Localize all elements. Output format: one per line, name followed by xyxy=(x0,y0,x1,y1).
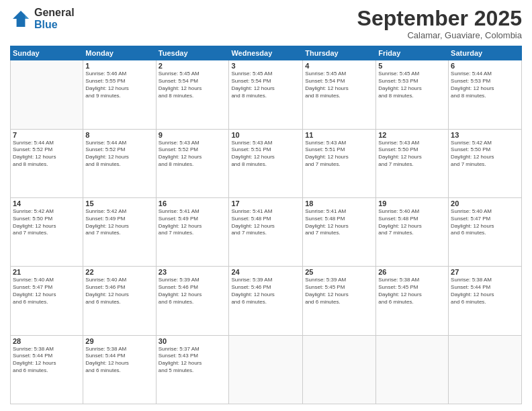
calendar-cell: 13Sunrise: 5:42 AM Sunset: 5:50 PM Dayli… xyxy=(449,129,522,197)
day-info: Sunrise: 5:38 AM Sunset: 5:44 PM Dayligh… xyxy=(85,346,153,375)
day-number: 4 xyxy=(305,62,373,70)
day-info: Sunrise: 5:45 AM Sunset: 5:54 PM Dayligh… xyxy=(231,71,300,99)
calendar-week-5: 28Sunrise: 5:38 AM Sunset: 5:44 PM Dayli… xyxy=(11,335,522,404)
day-number: 7 xyxy=(13,131,81,139)
calendar-cell: 2Sunrise: 5:45 AM Sunset: 5:54 PM Daylig… xyxy=(156,60,229,129)
day-info: Sunrise: 5:40 AM Sunset: 5:47 PM Dayligh… xyxy=(451,208,519,237)
day-number: 27 xyxy=(451,268,519,276)
day-number: 18 xyxy=(305,199,373,208)
calendar-cell: 30Sunrise: 5:37 AM Sunset: 5:43 PM Dayli… xyxy=(156,335,229,404)
calendar-cell: 6Sunrise: 5:44 AM Sunset: 5:53 PM Daylig… xyxy=(449,60,522,129)
logo-icon xyxy=(10,8,32,30)
day-info: Sunrise: 5:41 AM Sunset: 5:48 PM Dayligh… xyxy=(231,208,300,237)
day-info: Sunrise: 5:39 AM Sunset: 5:46 PM Dayligh… xyxy=(159,277,227,306)
calendar-week-4: 21Sunrise: 5:40 AM Sunset: 5:47 PM Dayli… xyxy=(11,267,522,335)
day-number: 1 xyxy=(85,62,153,70)
logo: General Blue xyxy=(10,7,75,30)
day-info: Sunrise: 5:46 AM Sunset: 5:55 PM Dayligh… xyxy=(85,71,153,99)
day-info: Sunrise: 5:40 AM Sunset: 5:48 PM Dayligh… xyxy=(378,208,446,237)
calendar-cell: 18Sunrise: 5:41 AM Sunset: 5:48 PM Dayli… xyxy=(303,197,376,266)
day-number: 3 xyxy=(231,62,300,70)
header-saturday: Saturday xyxy=(449,46,522,60)
calendar-cell: 4Sunrise: 5:45 AM Sunset: 5:54 PM Daylig… xyxy=(303,60,376,129)
header-wednesday: Wednesday xyxy=(229,46,303,60)
day-info: Sunrise: 5:38 AM Sunset: 5:44 PM Dayligh… xyxy=(451,277,519,306)
day-info: Sunrise: 5:43 AM Sunset: 5:50 PM Dayligh… xyxy=(378,140,446,169)
day-info: Sunrise: 5:45 AM Sunset: 5:54 PM Dayligh… xyxy=(305,71,373,99)
calendar: Sunday Monday Tuesday Wednesday Thursday… xyxy=(10,46,522,404)
day-number: 29 xyxy=(85,337,153,345)
header-friday: Friday xyxy=(376,46,449,60)
day-info: Sunrise: 5:45 AM Sunset: 5:54 PM Dayligh… xyxy=(159,71,227,99)
calendar-cell xyxy=(449,335,522,404)
calendar-cell: 16Sunrise: 5:41 AM Sunset: 5:49 PM Dayli… xyxy=(156,197,229,266)
subtitle: Calamar, Guaviare, Colombia xyxy=(357,30,522,40)
day-info: Sunrise: 5:40 AM Sunset: 5:47 PM Dayligh… xyxy=(13,277,81,306)
day-number: 16 xyxy=(159,199,227,208)
calendar-cell: 10Sunrise: 5:43 AM Sunset: 5:51 PM Dayli… xyxy=(229,129,303,197)
day-number: 5 xyxy=(378,62,446,70)
day-number: 8 xyxy=(85,131,153,139)
calendar-cell: 26Sunrise: 5:38 AM Sunset: 5:45 PM Dayli… xyxy=(376,267,449,335)
day-info: Sunrise: 5:37 AM Sunset: 5:43 PM Dayligh… xyxy=(159,346,227,375)
calendar-cell: 29Sunrise: 5:38 AM Sunset: 5:44 PM Dayli… xyxy=(83,335,156,404)
day-info: Sunrise: 5:41 AM Sunset: 5:49 PM Dayligh… xyxy=(159,208,227,237)
day-number: 26 xyxy=(378,268,446,276)
calendar-week-2: 7Sunrise: 5:44 AM Sunset: 5:52 PM Daylig… xyxy=(11,129,522,197)
calendar-cell xyxy=(303,335,376,404)
month-title: September 2025 xyxy=(357,7,522,30)
calendar-cell: 22Sunrise: 5:40 AM Sunset: 5:46 PM Dayli… xyxy=(83,267,156,335)
header-monday: Monday xyxy=(83,46,156,60)
day-info: Sunrise: 5:44 AM Sunset: 5:53 PM Dayligh… xyxy=(451,71,519,99)
day-info: Sunrise: 5:42 AM Sunset: 5:50 PM Dayligh… xyxy=(451,140,519,169)
day-number: 23 xyxy=(159,268,227,276)
day-number: 25 xyxy=(305,268,373,276)
day-number: 13 xyxy=(451,131,519,139)
logo-text: General Blue xyxy=(34,7,75,30)
header-tuesday: Tuesday xyxy=(156,46,229,60)
day-info: Sunrise: 5:43 AM Sunset: 5:52 PM Dayligh… xyxy=(159,140,227,169)
day-info: Sunrise: 5:38 AM Sunset: 5:44 PM Dayligh… xyxy=(13,346,81,375)
day-number: 22 xyxy=(85,268,153,276)
calendar-cell xyxy=(376,335,449,404)
calendar-cell: 23Sunrise: 5:39 AM Sunset: 5:46 PM Dayli… xyxy=(156,267,229,335)
calendar-cell: 15Sunrise: 5:42 AM Sunset: 5:49 PM Dayli… xyxy=(83,197,156,266)
calendar-cell: 27Sunrise: 5:38 AM Sunset: 5:44 PM Dayli… xyxy=(449,267,522,335)
header-sunday: Sunday xyxy=(11,46,83,60)
calendar-cell: 5Sunrise: 5:45 AM Sunset: 5:53 PM Daylig… xyxy=(376,60,449,129)
day-number: 20 xyxy=(451,199,519,208)
calendar-cell: 1Sunrise: 5:46 AM Sunset: 5:55 PM Daylig… xyxy=(83,60,156,129)
day-number: 19 xyxy=(378,199,446,208)
day-number: 6 xyxy=(451,62,519,70)
day-info: Sunrise: 5:39 AM Sunset: 5:45 PM Dayligh… xyxy=(305,277,373,306)
day-number: 14 xyxy=(13,199,81,208)
day-info: Sunrise: 5:43 AM Sunset: 5:51 PM Dayligh… xyxy=(305,140,373,169)
calendar-cell xyxy=(229,335,303,404)
day-info: Sunrise: 5:38 AM Sunset: 5:45 PM Dayligh… xyxy=(378,277,446,306)
calendar-week-3: 14Sunrise: 5:42 AM Sunset: 5:50 PM Dayli… xyxy=(11,197,522,266)
calendar-cell: 21Sunrise: 5:40 AM Sunset: 5:47 PM Dayli… xyxy=(11,267,83,335)
day-info: Sunrise: 5:45 AM Sunset: 5:53 PM Dayligh… xyxy=(378,71,446,99)
day-info: Sunrise: 5:43 AM Sunset: 5:51 PM Dayligh… xyxy=(231,140,300,169)
calendar-cell: 14Sunrise: 5:42 AM Sunset: 5:50 PM Dayli… xyxy=(11,197,83,266)
day-number: 2 xyxy=(159,62,227,70)
calendar-cell: 8Sunrise: 5:44 AM Sunset: 5:52 PM Daylig… xyxy=(83,129,156,197)
day-info: Sunrise: 5:40 AM Sunset: 5:46 PM Dayligh… xyxy=(85,277,153,306)
day-info: Sunrise: 5:44 AM Sunset: 5:52 PM Dayligh… xyxy=(85,140,153,169)
day-info: Sunrise: 5:42 AM Sunset: 5:49 PM Dayligh… xyxy=(85,208,153,237)
day-info: Sunrise: 5:39 AM Sunset: 5:46 PM Dayligh… xyxy=(231,277,300,306)
header: General Blue September 2025 Calamar, Gua… xyxy=(10,7,522,40)
day-number: 24 xyxy=(231,268,300,276)
day-info: Sunrise: 5:41 AM Sunset: 5:48 PM Dayligh… xyxy=(305,208,373,237)
calendar-header-row: Sunday Monday Tuesday Wednesday Thursday… xyxy=(11,46,522,60)
calendar-cell: 11Sunrise: 5:43 AM Sunset: 5:51 PM Dayli… xyxy=(303,129,376,197)
page: General Blue September 2025 Calamar, Gua… xyxy=(0,0,532,411)
day-number: 30 xyxy=(159,337,227,345)
calendar-cell: 24Sunrise: 5:39 AM Sunset: 5:46 PM Dayli… xyxy=(229,267,303,335)
calendar-cell: 19Sunrise: 5:40 AM Sunset: 5:48 PM Dayli… xyxy=(376,197,449,266)
day-number: 17 xyxy=(231,199,300,208)
day-number: 11 xyxy=(305,131,373,139)
day-number: 12 xyxy=(378,131,446,139)
calendar-cell: 25Sunrise: 5:39 AM Sunset: 5:45 PM Dayli… xyxy=(303,267,376,335)
calendar-cell: 3Sunrise: 5:45 AM Sunset: 5:54 PM Daylig… xyxy=(229,60,303,129)
